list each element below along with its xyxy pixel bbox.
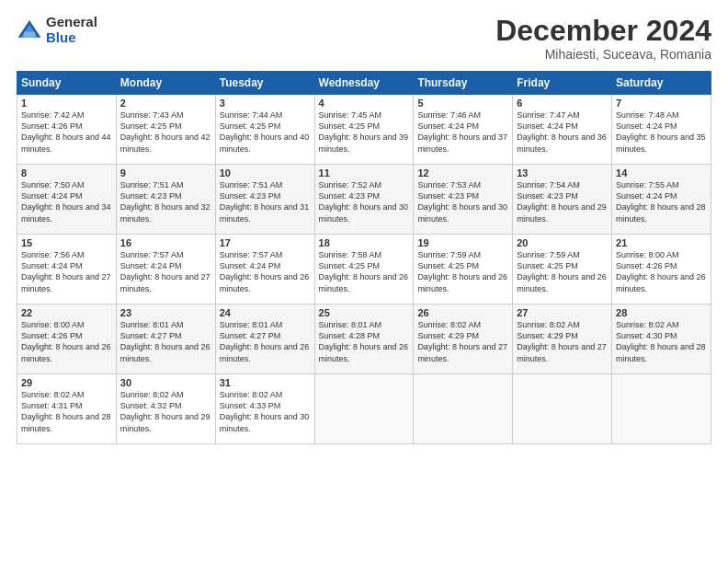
- calendar-cell: 14Sunrise: 7:55 AMSunset: 4:24 PMDayligh…: [612, 165, 711, 235]
- cell-content: Sunrise: 7:43 AMSunset: 4:25 PMDaylight:…: [120, 109, 211, 155]
- cell-content: Sunrise: 7:51 AMSunset: 4:23 PMDaylight:…: [120, 179, 211, 224]
- calendar-cell: 29Sunrise: 8:02 AMSunset: 4:31 PMDayligh…: [17, 374, 117, 444]
- calendar-cell: 26Sunrise: 8:02 AMSunset: 4:29 PMDayligh…: [414, 304, 513, 374]
- calendar-cell: [414, 374, 513, 444]
- header-cell-sunday: Sunday: [17, 72, 117, 95]
- logo-icon: [17, 17, 42, 43]
- calendar-cell: 5Sunrise: 7:46 AMSunset: 4:24 PMDaylight…: [414, 95, 513, 165]
- day-number: 19: [417, 237, 508, 248]
- cell-content: Sunrise: 7:55 AMSunset: 4:24 PMDaylight:…: [616, 179, 707, 224]
- day-number: 22: [21, 307, 112, 318]
- day-number: 23: [120, 307, 211, 318]
- day-number: 20: [517, 237, 608, 248]
- calendar-table: SundayMondayTuesdayWednesdayThursdayFrid…: [17, 71, 711, 444]
- cell-content: Sunrise: 7:52 AMSunset: 4:23 PMDaylight:…: [319, 179, 410, 224]
- cell-content: Sunrise: 8:02 AMSunset: 4:33 PMDaylight:…: [220, 389, 311, 434]
- day-number: 27: [517, 307, 608, 318]
- calendar-cell: 23Sunrise: 8:01 AMSunset: 4:27 PMDayligh…: [116, 304, 215, 374]
- calendar-week-2: 15Sunrise: 7:56 AMSunset: 4:24 PMDayligh…: [17, 235, 711, 304]
- calendar-cell: 1Sunrise: 7:42 AMSunset: 4:26 PMDaylight…: [17, 95, 117, 165]
- day-number: 8: [21, 167, 112, 178]
- calendar-cell: 27Sunrise: 8:02 AMSunset: 4:29 PMDayligh…: [513, 304, 612, 374]
- calendar-week-4: 29Sunrise: 8:02 AMSunset: 4:31 PMDayligh…: [17, 374, 711, 444]
- day-number: 16: [120, 237, 211, 248]
- subtitle: Mihaiesti, Suceava, Romania: [495, 47, 711, 62]
- cell-content: Sunrise: 7:46 AMSunset: 4:24 PMDaylight:…: [417, 109, 508, 155]
- cell-content: Sunrise: 7:56 AMSunset: 4:24 PMDaylight:…: [21, 249, 112, 294]
- calendar-cell: 22Sunrise: 8:00 AMSunset: 4:26 PMDayligh…: [17, 304, 117, 374]
- day-number: 6: [517, 98, 608, 109]
- calendar-week-1: 8Sunrise: 7:50 AMSunset: 4:24 PMDaylight…: [17, 165, 711, 235]
- calendar-cell: 16Sunrise: 7:57 AMSunset: 4:24 PMDayligh…: [116, 235, 215, 304]
- calendar-week-3: 22Sunrise: 8:00 AMSunset: 4:26 PMDayligh…: [17, 304, 711, 374]
- day-number: 17: [220, 237, 311, 248]
- cell-content: Sunrise: 7:57 AMSunset: 4:24 PMDaylight:…: [220, 249, 311, 294]
- cell-content: Sunrise: 7:48 AMSunset: 4:24 PMDaylight:…: [616, 109, 707, 155]
- cell-content: Sunrise: 7:44 AMSunset: 4:25 PMDaylight:…: [220, 109, 311, 155]
- calendar-cell: 15Sunrise: 7:56 AMSunset: 4:24 PMDayligh…: [17, 235, 117, 304]
- cell-content: Sunrise: 7:51 AMSunset: 4:23 PMDaylight:…: [220, 179, 311, 224]
- calendar-cell: 30Sunrise: 8:02 AMSunset: 4:32 PMDayligh…: [116, 374, 215, 444]
- cell-content: Sunrise: 8:00 AMSunset: 4:26 PMDaylight:…: [21, 319, 112, 364]
- calendar-cell: 11Sunrise: 7:52 AMSunset: 4:23 PMDayligh…: [314, 165, 414, 235]
- cell-content: Sunrise: 7:58 AMSunset: 4:25 PMDaylight:…: [319, 249, 410, 294]
- day-number: 5: [417, 98, 508, 109]
- logo-general-text: General: [46, 15, 97, 30]
- day-number: 12: [417, 167, 508, 178]
- calendar-cell: 21Sunrise: 8:00 AMSunset: 4:26 PMDayligh…: [612, 235, 711, 304]
- cell-content: Sunrise: 8:02 AMSunset: 4:31 PMDaylight:…: [21, 389, 112, 434]
- calendar-cell: 8Sunrise: 7:50 AMSunset: 4:24 PMDaylight…: [17, 165, 117, 235]
- calendar-cell: [612, 374, 711, 444]
- header: General Blue December 2024 Mihaiesti, Su…: [17, 15, 711, 62]
- cell-content: Sunrise: 7:42 AMSunset: 4:26 PMDaylight:…: [21, 109, 112, 155]
- calendar-header: SundayMondayTuesdayWednesdayThursdayFrid…: [17, 72, 711, 95]
- calendar-cell: 18Sunrise: 7:58 AMSunset: 4:25 PMDayligh…: [314, 235, 414, 304]
- calendar-cell: 28Sunrise: 8:02 AMSunset: 4:30 PMDayligh…: [612, 304, 711, 374]
- cell-content: Sunrise: 8:01 AMSunset: 4:27 PMDaylight:…: [120, 319, 211, 364]
- day-number: 30: [120, 377, 211, 388]
- day-number: 29: [21, 377, 112, 388]
- cell-content: Sunrise: 7:54 AMSunset: 4:23 PMDaylight:…: [517, 179, 608, 224]
- month-title: December 2024: [495, 15, 711, 47]
- cell-content: Sunrise: 8:01 AMSunset: 4:27 PMDaylight:…: [220, 319, 311, 364]
- header-cell-wednesday: Wednesday: [314, 72, 414, 95]
- cell-content: Sunrise: 7:59 AMSunset: 4:25 PMDaylight:…: [417, 249, 508, 294]
- calendar-cell: 9Sunrise: 7:51 AMSunset: 4:23 PMDaylight…: [116, 165, 215, 235]
- header-row: SundayMondayTuesdayWednesdayThursdayFrid…: [17, 72, 711, 95]
- day-number: 31: [220, 377, 311, 388]
- calendar-cell: 24Sunrise: 8:01 AMSunset: 4:27 PMDayligh…: [215, 304, 314, 374]
- day-number: 14: [616, 167, 707, 178]
- header-cell-monday: Monday: [116, 72, 215, 95]
- day-number: 11: [319, 167, 410, 178]
- calendar-cell: 17Sunrise: 7:57 AMSunset: 4:24 PMDayligh…: [215, 235, 314, 304]
- calendar-cell: 4Sunrise: 7:45 AMSunset: 4:25 PMDaylight…: [314, 95, 414, 165]
- calendar-cell: [314, 374, 414, 444]
- day-number: 24: [220, 307, 311, 318]
- cell-content: Sunrise: 7:45 AMSunset: 4:25 PMDaylight:…: [319, 109, 410, 155]
- header-cell-thursday: Thursday: [414, 72, 513, 95]
- cell-content: Sunrise: 8:00 AMSunset: 4:26 PMDaylight:…: [616, 249, 707, 294]
- day-number: 4: [319, 98, 410, 109]
- day-number: 9: [120, 167, 211, 178]
- calendar-cell: 6Sunrise: 7:47 AMSunset: 4:24 PMDaylight…: [513, 95, 612, 165]
- calendar-cell: 31Sunrise: 8:02 AMSunset: 4:33 PMDayligh…: [215, 374, 314, 444]
- day-number: 10: [220, 167, 311, 178]
- day-number: 15: [21, 237, 112, 248]
- cell-content: Sunrise: 7:47 AMSunset: 4:24 PMDaylight:…: [517, 109, 608, 155]
- header-cell-friday: Friday: [513, 72, 612, 95]
- day-number: 1: [21, 98, 112, 109]
- cell-content: Sunrise: 8:02 AMSunset: 4:30 PMDaylight:…: [616, 319, 707, 364]
- logo: General Blue: [17, 15, 97, 45]
- cell-content: Sunrise: 7:57 AMSunset: 4:24 PMDaylight:…: [120, 249, 211, 294]
- logo-text: General Blue: [46, 15, 97, 45]
- calendar-week-0: 1Sunrise: 7:42 AMSunset: 4:26 PMDaylight…: [17, 95, 711, 165]
- header-cell-tuesday: Tuesday: [215, 72, 314, 95]
- cell-content: Sunrise: 7:50 AMSunset: 4:24 PMDaylight:…: [21, 179, 112, 224]
- cell-content: Sunrise: 7:59 AMSunset: 4:25 PMDaylight:…: [517, 249, 608, 294]
- day-number: 2: [120, 98, 211, 109]
- page: General Blue December 2024 Mihaiesti, Su…: [0, 0, 728, 563]
- day-number: 3: [220, 98, 311, 109]
- cell-content: Sunrise: 8:01 AMSunset: 4:28 PMDaylight:…: [319, 319, 410, 364]
- day-number: 13: [517, 167, 608, 178]
- calendar-cell: [513, 374, 612, 444]
